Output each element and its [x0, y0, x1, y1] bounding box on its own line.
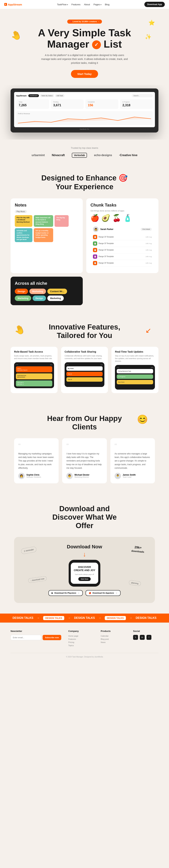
- chunk-tasks-title: Chunk Tasks: [91, 203, 154, 208]
- profit-chart: Profit & Revenue: [16, 111, 153, 125]
- footer-company: Company Home page Features Pricing Topic…: [68, 630, 94, 648]
- footer-products: Products Calendar Blog post News: [101, 630, 126, 648]
- footer-newsletter: Newsletter Subscribe now: [10, 630, 61, 648]
- sarah-parker-box: 👩 Sarah Parker First Week 📋 Range Of Tem…: [91, 224, 154, 269]
- task-item-3: 📋 Range Of Template 14th Aug: [93, 253, 152, 260]
- hero-badge: ❤️ Loved by 10,000+ creators →: [67, 20, 102, 24]
- playstore-icon: ▶: [52, 592, 53, 594]
- hero-cta-button[interactable]: Start Today: [71, 70, 98, 78]
- design-talks-banner[interactable]: DESIGN TALKS → DESIGN TALKS → DESIGN TAL…: [0, 614, 169, 623]
- phone-card-1-0: My Team: [66, 366, 103, 371]
- footer-social-label: Social: [133, 630, 159, 632]
- task-icon-2: 📋: [93, 248, 97, 252]
- playstore-button[interactable]: ▶ Download On Playstore →: [48, 590, 82, 596]
- nav-links: TaskFlow Features About Pages Blog: [57, 3, 109, 6]
- stats-row: Today 7,265 Pending 3,671 Completed 156 …: [16, 99, 153, 109]
- task-icon-1: 📋: [93, 241, 97, 246]
- app-tab-tasks[interactable]: Tasks By Status: [40, 94, 54, 97]
- author-avatar-1: 👨: [66, 473, 73, 479]
- niche-tag-1[interactable]: Marketing: [29, 289, 46, 294]
- app-navbar: AppStream Dashboard Tasks By Status Add …: [16, 94, 153, 97]
- sticky-2: The big big thing: [55, 215, 69, 227]
- design-talks-arrow-1: →: [37, 616, 40, 620]
- appstore-button[interactable]: 🍎 Download On Appstore →: [86, 590, 121, 596]
- testimonials-grid: " Managing my marketing campaigns and da…: [14, 438, 155, 483]
- niche-tag-0[interactable]: Design: [15, 289, 28, 294]
- niche-tag-5[interactable]: Marketing: [47, 296, 64, 301]
- feature-card-1-title: Collaborative Task Sharing: [65, 350, 105, 353]
- footer-link-homepage[interactable]: Home page: [68, 635, 94, 637]
- task-date-3: 14th Aug: [145, 256, 152, 257]
- social-linkedin-icon[interactable]: in: [140, 635, 145, 640]
- task-icon-3: 📋: [93, 254, 97, 259]
- niche-card: Across all niche Design Marketing Conten…: [10, 277, 83, 305]
- brand-creativehive: ·Creative hive: [119, 154, 137, 157]
- footer-email-input[interactable]: [10, 635, 41, 640]
- stat-pending-label: Pending: [53, 101, 81, 103]
- design-talks-inner: DESIGN TALKS → DESIGN TALKS → DESIGN TAL…: [7, 616, 162, 620]
- phone-card-2-0: Fixing Backend Task: [117, 369, 153, 373]
- stat-inprogress-label: In Progress: [123, 101, 150, 103]
- playstore-arrow-icon: →: [78, 592, 79, 594]
- phone-mockup-1: 9:41●●● My Team Task A Task B: [65, 362, 105, 387]
- niche-tag-4[interactable]: Design: [33, 296, 46, 301]
- trusted-logos: urbarmint Nóvacraft Vertexlab echo·desig…: [10, 153, 159, 158]
- nav-blog[interactable]: Blog: [105, 3, 109, 6]
- niche-tag-2[interactable]: Content Wr...: [47, 289, 67, 294]
- author-title-2: Team Lead: [123, 476, 136, 478]
- feature-card-2-desc: Stay on top of your tasks with instant n…: [115, 354, 155, 363]
- design-talks-badge-2: DESIGN TALKS: [105, 616, 126, 620]
- task-name-2: Range Of Template: [99, 249, 144, 251]
- happy-face-icon: 😊: [137, 414, 148, 425]
- phone-card-0-1: INSPIRATION BROWSING: [16, 373, 52, 379]
- task-item-2: 📋 Range Of Template 14th Aug: [93, 247, 152, 253]
- task-list: 📋 Range Of Template 14th Aug 📋 Range Of …: [93, 234, 152, 267]
- download-now-title: Download Now: [67, 544, 102, 550]
- nav-about[interactable]: About: [84, 3, 90, 6]
- notes-stickies: Plan the day with a 30-Minute Morning Wo…: [15, 215, 78, 242]
- social-facebook-icon[interactable]: f: [146, 635, 151, 640]
- nav-cta-button[interactable]: Download App: [144, 2, 165, 7]
- innovative-section: 🤚 ↙ Innovative Features, Tailored for Yo…: [0, 312, 169, 343]
- footer-link-calendar[interactable]: Calendar: [101, 635, 126, 637]
- author-title-1: Marketing Director: [74, 476, 90, 478]
- notes-badge[interactable]: Play Music: [15, 210, 27, 213]
- phone-status-1: 9:41●●●: [66, 364, 103, 365]
- trusted-section: Trusted by top-class teams urbarmint Nóv…: [0, 140, 169, 165]
- feature-cards-row: Role-Based Task Access Easily assign tas…: [0, 343, 169, 404]
- notes-card: Notes Play Music Plan the day with a 30-…: [10, 198, 83, 273]
- chunk-emojis: 🍎 🥑 🍒 🧴: [91, 214, 154, 222]
- niche-tag-3[interactable]: Marketing: [15, 296, 31, 301]
- footer-link-features[interactable]: Features: [68, 638, 94, 640]
- app-tab-add[interactable]: Add Task: [55, 94, 64, 97]
- handwritten-reminder: 1 reminder: [21, 546, 37, 554]
- social-x-icon[interactable]: 𝕏: [133, 635, 138, 640]
- feature-card-1: Collaborative Task Sharing Collaborate e…: [61, 347, 108, 393]
- quote-icon-2: ": [114, 442, 151, 450]
- app-tab-dashboard[interactable]: Dashboard: [28, 94, 39, 97]
- task-name-3: Range Of Template: [99, 255, 144, 257]
- footer-link-blogpost[interactable]: Blog post: [101, 638, 126, 640]
- features-grid: Notes Play Music Plan the day with a 30-…: [0, 195, 169, 312]
- footer-subscribe-button[interactable]: Subscribe now: [43, 635, 61, 640]
- footer-newsletter-label: Newsletter: [10, 630, 61, 632]
- phone-card-0-2: PROJECT RECALL 1: [16, 380, 52, 386]
- phone-start-button[interactable]: Start Now: [78, 577, 91, 581]
- stat-completed-label: Completed: [88, 101, 116, 103]
- quote-icon-1: ": [66, 442, 102, 450]
- sarah-avatar: 👩: [93, 226, 99, 232]
- download-section: Download and Discover What We Offer 1 re…: [0, 494, 169, 614]
- footer-link-pricing[interactable]: Pricing: [68, 641, 94, 643]
- author-avatar-0: 👩: [18, 473, 25, 479]
- phone-big-sub: hard works always pays off: [74, 574, 95, 575]
- grid-spacer: [86, 277, 159, 305]
- sticky-3: Schedule and confirm appointments for de…: [15, 228, 32, 242]
- phone-card-1-2: Task B: [66, 377, 103, 382]
- app-search-input[interactable]: [132, 94, 153, 97]
- nav-features[interactable]: Features: [71, 3, 80, 6]
- footer-link-news[interactable]: News: [101, 641, 126, 643]
- nav-taskflow[interactable]: TaskFlow: [57, 3, 68, 6]
- footer-link-topics[interactable]: Topics: [68, 644, 94, 647]
- nav-pages[interactable]: Pages: [94, 3, 101, 6]
- stat-completed-value: 156: [88, 103, 116, 107]
